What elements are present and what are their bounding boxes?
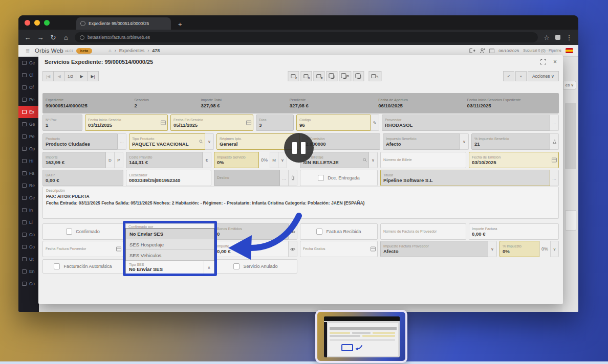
chevron-down-icon[interactable]: ∨ [369,152,378,168]
factura-recibida-checkbox[interactable]: Factura Recibida [300,223,378,240]
d-button[interactable]: D [106,152,115,168]
p-button[interactable]: P [115,152,123,168]
video-pause-button[interactable] [284,133,314,163]
pct-impuesto-beneficio-field[interactable]: % Impuesto Beneficio21 [471,133,550,150]
partial-actions-button[interactable]: es∨ [563,81,576,89]
sidebar-item[interactable]: En [18,265,39,278]
checkbox-icon[interactable] [233,263,240,269]
localizador-field[interactable]: Localizador0003349/25|801952340 [126,170,211,186]
sidebar-item[interactable]: Fa [18,167,39,179]
sidebar-item[interactable]: Ge [18,57,39,69]
chevron-down-icon[interactable]: ∨ [460,133,469,150]
lookup-ellipsis-button[interactable]: … [280,170,289,186]
calendar-icon[interactable] [246,121,251,125]
acciones-button[interactable]: Acciones ∨ [528,71,559,81]
lookup-ellipsis-button[interactable]: … [118,133,126,150]
reload-icon[interactable]: ↻ [49,34,57,41]
sidebar-item[interactable]: Re [18,179,39,192]
proveedor-field[interactable]: ProveedorRHODASOL [382,115,550,131]
checkbox-icon[interactable] [316,229,322,235]
importe-field[interactable]: Importe163,99 € [42,152,106,168]
sidebar-item[interactable]: In [18,204,39,216]
dropdown-option-ses-hospedaje[interactable]: SES Hospedaje [126,239,214,250]
sidebar-item[interactable]: Of [18,81,39,94]
copy-d-icon[interactable]: D [339,71,352,81]
card-p-icon[interactable]: P [313,71,324,81]
comision-field[interactable]: % Comisión2.000000 [302,133,380,150]
duplicate-icon[interactable] [353,71,364,81]
doc-entregada-checkbox[interactable]: Doc. Entregada [300,170,378,186]
breadcrumb-home-icon[interactable]: ⌂ [108,48,111,53]
sidebar-item[interactable]: Co [18,241,39,253]
lookup-ellipsis-button[interactable]: … [550,170,559,186]
header-date[interactable]: 06/10/2025 [498,49,519,53]
breadcrumb-section[interactable]: Expedientes [119,48,145,53]
numero-billete-field[interactable]: Número de Billete [380,152,466,168]
num-factura-proveedor-field[interactable]: Número de Factura de Proveedor [380,223,466,240]
tipo-producto-field[interactable]: Tipo ProductoPAQUETE VACACIONAL [129,133,205,150]
sidebar-item[interactable]: Cl [18,69,39,81]
lookup-ellipsis-button[interactable]: … [550,115,559,131]
chevron-down-icon[interactable]: ∨ [550,241,559,257]
sidebar-item[interactable]: Ut [18,253,39,265]
sidebar-item[interactable]: Co [18,229,39,241]
calendar-icon[interactable] [161,121,166,125]
hamburger-menu-icon[interactable]: ≡ [24,47,32,55]
dropdown-option-no-enviar-ses[interactable]: No Enviar SES [126,229,214,239]
calendar-icon[interactable] [371,247,376,252]
destino-field[interactable]: Destino [214,170,280,186]
facturacion-automatica-checkbox[interactable]: Facturación Automática [42,259,123,274]
impuesto-factura-proveedor-field[interactable]: Impuesto Factura ProveedorAfecto [380,241,488,257]
cancel-button[interactable]: × [515,71,527,81]
address-bar[interactable]: betaasientoxfactura.orbisweb.es [75,32,538,42]
chevron-down-icon[interactable]: ∨ [205,133,214,150]
first-record-button[interactable]: |◀ [42,71,54,81]
video-preview-thumbnail[interactable] [315,310,407,363]
browser-tab[interactable]: Expediente 99/000514/0000/25 [76,17,171,30]
fecha-emision-field[interactable]: Fecha de Emisión03/10/2025 [469,152,559,168]
sidebar-item-expedientes-active[interactable]: Ex [18,106,39,118]
payment-hand-icon[interactable]: € [288,71,299,81]
calendar-icon[interactable] [116,247,121,252]
fecha-inicio-servicio-field[interactable]: Fecha Inicio Servicio03/11/2025 [85,115,168,131]
paperclip-icon[interactable] [289,170,297,186]
titular-field[interactable]: TitularPipeline Software S.L [380,170,550,186]
sidebar-item[interactable]: Pe [18,94,39,106]
num-pax-field[interactable]: Nº Pax1 [42,115,82,131]
dias-field[interactable]: Días3 [256,115,294,131]
impuesto-servicio-field[interactable]: Impuesto Servicio0% [214,152,259,168]
checkbox-icon[interactable] [318,175,324,181]
site-info-icon[interactable] [80,35,84,40]
zoom-window-button[interactable] [44,20,50,26]
bookmark-star-icon[interactable]: ☆ [542,34,551,41]
close-window-button[interactable] [25,20,30,26]
sidebar-item[interactable]: Pe [18,130,39,143]
euro-button[interactable]: € [203,152,211,168]
pct-impuesto-field[interactable]: % Impuesto0% [500,241,539,257]
fecha-gastos-field[interactable]: Fecha Gastos [300,241,378,257]
uatp-field[interactable]: UATP0,00 € [42,170,123,186]
chevron-down-icon[interactable]: ∨ [488,241,497,257]
servicio-anulado-checkbox[interactable]: Servicio Anulado [214,259,297,274]
home-icon[interactable]: ⌂ [62,34,70,41]
document-edit-icon[interactable]: ✎ [369,71,381,81]
confirmado-checkbox[interactable]: Confirmado [42,223,123,240]
last-record-button[interactable]: ▶| [88,71,99,81]
sidebar-item[interactable]: Co [18,278,39,290]
calendar-icon[interactable] [552,158,557,163]
sidebar-item[interactable]: Ge [18,118,39,130]
close-icon[interactable]: × [553,58,557,65]
sidebar-item[interactable]: Li [18,216,39,229]
logout-icon[interactable] [469,48,475,53]
back-icon[interactable]: ← [24,34,32,41]
impuesto-beneficio-field[interactable]: Impuesto BeneficioAfecto [383,133,460,150]
sidebar-item[interactable]: Ge [18,192,39,204]
producto-field[interactable]: ProductoProducto Ciudades [42,133,118,150]
dropdown-option-ses-vehiculos[interactable]: SES Vehiculos [126,250,214,261]
fecha-factura-proveedor-field[interactable]: Fecha Factura Proveedor [42,241,123,257]
new-tab-button[interactable]: + [178,19,182,30]
codigo-field[interactable]: Código96 [296,115,371,131]
accept-button[interactable]: ✓ [503,71,514,81]
branch-label[interactable]: Sucursal 0 (0) - Pipeline [523,49,561,53]
edit-pencil-icon[interactable]: ✎ [371,115,379,131]
